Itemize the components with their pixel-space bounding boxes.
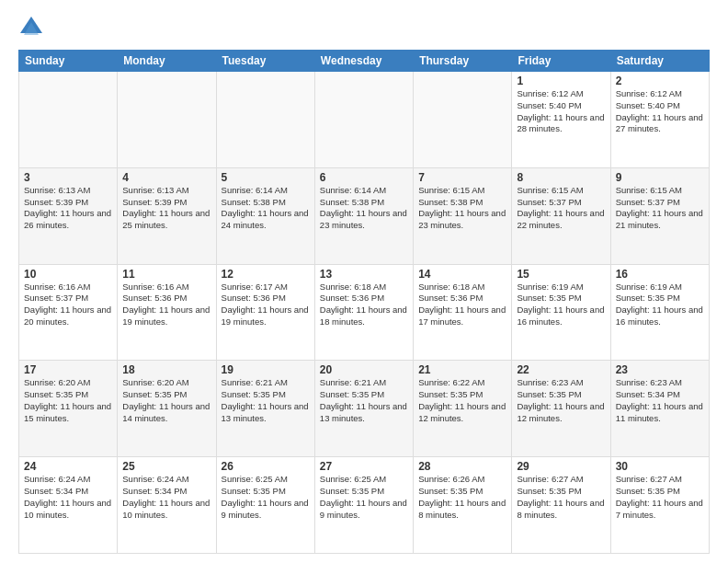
day-number: 29 [517, 460, 605, 473]
calendar-cell: 2Sunrise: 6:12 AM Sunset: 5:40 PM Daylig… [610, 72, 709, 168]
day-number: 27 [320, 460, 408, 473]
day-number: 8 [517, 171, 605, 184]
header [18, 15, 710, 40]
day-info: Sunrise: 6:24 AM Sunset: 5:34 PM Dayligh… [122, 474, 210, 521]
day-number: 25 [122, 460, 210, 473]
calendar-cell [216, 72, 314, 168]
calendar-cell: 24Sunrise: 6:24 AM Sunset: 5:34 PM Dayli… [19, 457, 118, 554]
calendar-cell: 27Sunrise: 6:25 AM Sunset: 5:35 PM Dayli… [314, 457, 413, 554]
day-info: Sunrise: 6:16 AM Sunset: 5:36 PM Dayligh… [122, 282, 210, 328]
day-number: 14 [418, 268, 506, 281]
calendar-header-thursday: Thursday [414, 51, 512, 72]
calendar-cell [19, 72, 118, 168]
day-number: 3 [24, 171, 112, 184]
day-number: 17 [24, 363, 112, 376]
calendar-cell: 9Sunrise: 6:15 AM Sunset: 5:37 PM Daylig… [610, 167, 709, 264]
day-info: Sunrise: 6:21 AM Sunset: 5:35 PM Dayligh… [320, 377, 408, 424]
logo [18, 15, 48, 40]
day-info: Sunrise: 6:15 AM Sunset: 5:37 PM Dayligh… [517, 185, 605, 232]
day-number: 11 [122, 268, 210, 281]
calendar-cell: 7Sunrise: 6:15 AM Sunset: 5:38 PM Daylig… [414, 167, 512, 264]
day-number: 26 [222, 460, 310, 473]
day-info: Sunrise: 6:24 AM Sunset: 5:34 PM Dayligh… [24, 474, 112, 521]
day-number: 10 [24, 268, 112, 281]
calendar-cell [118, 72, 216, 168]
day-info: Sunrise: 6:21 AM Sunset: 5:35 PM Dayligh… [222, 377, 310, 424]
calendar-header-tuesday: Tuesday [216, 51, 314, 72]
calendar-cell: 25Sunrise: 6:24 AM Sunset: 5:34 PM Dayli… [118, 457, 216, 554]
day-info: Sunrise: 6:12 AM Sunset: 5:40 PM Dayligh… [517, 88, 605, 135]
calendar-cell: 23Sunrise: 6:23 AM Sunset: 5:34 PM Dayli… [610, 361, 709, 457]
day-info: Sunrise: 6:19 AM Sunset: 5:35 PM Dayligh… [517, 282, 605, 328]
calendar-header-friday: Friday [512, 51, 610, 72]
day-number: 9 [616, 171, 704, 184]
day-number: 20 [320, 363, 408, 376]
day-info: Sunrise: 6:17 AM Sunset: 5:36 PM Dayligh… [222, 282, 310, 328]
day-info: Sunrise: 6:18 AM Sunset: 5:36 PM Dayligh… [418, 282, 506, 328]
calendar-week-row: 1Sunrise: 6:12 AM Sunset: 5:40 PM Daylig… [19, 72, 710, 168]
calendar-cell: 26Sunrise: 6:25 AM Sunset: 5:35 PM Dayli… [216, 457, 314, 554]
day-number: 19 [222, 363, 310, 376]
day-info: Sunrise: 6:26 AM Sunset: 5:35 PM Dayligh… [418, 474, 506, 521]
calendar-cell: 22Sunrise: 6:23 AM Sunset: 5:35 PM Dayli… [512, 361, 610, 457]
calendar-cell: 10Sunrise: 6:16 AM Sunset: 5:37 PM Dayli… [19, 264, 118, 361]
day-info: Sunrise: 6:14 AM Sunset: 5:38 PM Dayligh… [222, 185, 310, 232]
day-info: Sunrise: 6:23 AM Sunset: 5:35 PM Dayligh… [517, 377, 605, 424]
day-info: Sunrise: 6:20 AM Sunset: 5:35 PM Dayligh… [122, 377, 210, 424]
day-info: Sunrise: 6:16 AM Sunset: 5:37 PM Dayligh… [24, 282, 112, 328]
calendar-cell: 8Sunrise: 6:15 AM Sunset: 5:37 PM Daylig… [512, 167, 610, 264]
day-info: Sunrise: 6:19 AM Sunset: 5:35 PM Dayligh… [616, 282, 704, 328]
day-info: Sunrise: 6:13 AM Sunset: 5:39 PM Dayligh… [122, 185, 210, 232]
day-info: Sunrise: 6:18 AM Sunset: 5:36 PM Dayligh… [320, 282, 408, 328]
day-info: Sunrise: 6:27 AM Sunset: 5:35 PM Dayligh… [616, 474, 704, 521]
day-number: 30 [616, 460, 704, 473]
day-number: 22 [517, 363, 605, 376]
calendar-week-row: 10Sunrise: 6:16 AM Sunset: 5:37 PM Dayli… [19, 264, 710, 361]
calendar-cell: 19Sunrise: 6:21 AM Sunset: 5:35 PM Dayli… [216, 361, 314, 457]
calendar-week-row: 17Sunrise: 6:20 AM Sunset: 5:35 PM Dayli… [19, 361, 710, 457]
day-number: 23 [616, 363, 704, 376]
calendar-header-monday: Monday [118, 51, 216, 72]
day-info: Sunrise: 6:22 AM Sunset: 5:35 PM Dayligh… [418, 377, 506, 424]
calendar-cell: 21Sunrise: 6:22 AM Sunset: 5:35 PM Dayli… [414, 361, 512, 457]
calendar-header-wednesday: Wednesday [314, 51, 413, 72]
day-info: Sunrise: 6:20 AM Sunset: 5:35 PM Dayligh… [24, 377, 112, 424]
day-number: 4 [122, 171, 210, 184]
page: SundayMondayTuesdayWednesdayThursdayFrid… [0, 0, 728, 563]
calendar-cell: 14Sunrise: 6:18 AM Sunset: 5:36 PM Dayli… [414, 264, 512, 361]
logo-icon [18, 15, 44, 40]
calendar-cell: 13Sunrise: 6:18 AM Sunset: 5:36 PM Dayli… [314, 264, 413, 361]
day-info: Sunrise: 6:12 AM Sunset: 5:40 PM Dayligh… [616, 88, 704, 135]
calendar-cell: 15Sunrise: 6:19 AM Sunset: 5:35 PM Dayli… [512, 264, 610, 361]
day-number: 21 [418, 363, 506, 376]
day-number: 28 [418, 460, 506, 473]
calendar-cell: 20Sunrise: 6:21 AM Sunset: 5:35 PM Dayli… [314, 361, 413, 457]
calendar-cell: 11Sunrise: 6:16 AM Sunset: 5:36 PM Dayli… [118, 264, 216, 361]
calendar-header-sunday: Sunday [19, 51, 118, 72]
calendar-cell: 17Sunrise: 6:20 AM Sunset: 5:35 PM Dayli… [19, 361, 118, 457]
calendar-cell: 12Sunrise: 6:17 AM Sunset: 5:36 PM Dayli… [216, 264, 314, 361]
calendar-cell: 28Sunrise: 6:26 AM Sunset: 5:35 PM Dayli… [414, 457, 512, 554]
day-info: Sunrise: 6:25 AM Sunset: 5:35 PM Dayligh… [320, 474, 408, 521]
day-number: 5 [222, 171, 310, 184]
calendar-cell: 18Sunrise: 6:20 AM Sunset: 5:35 PM Dayli… [118, 361, 216, 457]
day-number: 1 [517, 75, 605, 87]
day-number: 18 [122, 363, 210, 376]
day-number: 16 [616, 268, 704, 281]
day-info: Sunrise: 6:15 AM Sunset: 5:37 PM Dayligh… [616, 185, 704, 232]
day-info: Sunrise: 6:15 AM Sunset: 5:38 PM Dayligh… [418, 185, 506, 232]
day-number: 15 [517, 268, 605, 281]
calendar-cell: 4Sunrise: 6:13 AM Sunset: 5:39 PM Daylig… [118, 167, 216, 264]
day-info: Sunrise: 6:23 AM Sunset: 5:34 PM Dayligh… [616, 377, 704, 424]
calendar-cell: 3Sunrise: 6:13 AM Sunset: 5:39 PM Daylig… [19, 167, 118, 264]
calendar-cell: 16Sunrise: 6:19 AM Sunset: 5:35 PM Dayli… [610, 264, 709, 361]
day-number: 13 [320, 268, 408, 281]
calendar-cell: 30Sunrise: 6:27 AM Sunset: 5:35 PM Dayli… [610, 457, 709, 554]
calendar-header-saturday: Saturday [610, 51, 709, 72]
calendar-header-row: SundayMondayTuesdayWednesdayThursdayFrid… [19, 51, 710, 72]
calendar-table: SundayMondayTuesdayWednesdayThursdayFrid… [18, 50, 710, 554]
calendar-cell [314, 72, 413, 168]
calendar-cell: 6Sunrise: 6:14 AM Sunset: 5:38 PM Daylig… [314, 167, 413, 264]
day-info: Sunrise: 6:13 AM Sunset: 5:39 PM Dayligh… [24, 185, 112, 232]
day-number: 2 [616, 75, 704, 87]
